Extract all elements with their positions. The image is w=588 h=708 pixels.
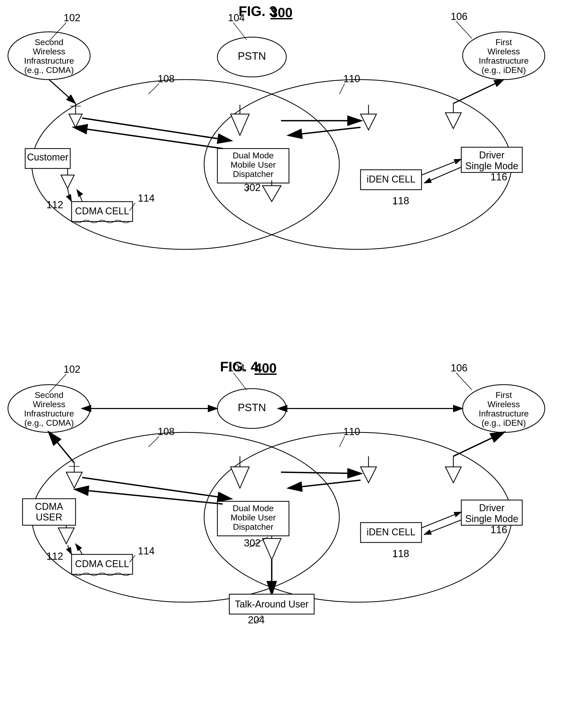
fig4-pstn-label: PSTN: [238, 402, 266, 413]
fig4-second-wireless-label3: Infrastructure: [24, 409, 74, 418]
fig3-first-wireless-label4: (e.g., iDEN): [482, 65, 526, 75]
fig4-cdma-cell-label: CDMA CELL: [75, 558, 129, 569]
fig3-driver-label1: Driver: [479, 150, 504, 160]
svg-line-30: [339, 436, 345, 447]
fig3-second-wireless-label2: Wireless: [33, 47, 65, 56]
fig3-antenna-right: [361, 114, 376, 130]
fig4-second-wireless-label4: (e.g., CDMA): [24, 418, 74, 427]
fig3-network108-ellipse: [32, 80, 339, 249]
fig4-cdma-user-label2: USER: [36, 512, 62, 523]
fig3-ref104: 104: [228, 12, 245, 23]
fig4-dual-mode-label1: Dual Mode: [233, 503, 274, 513]
fig3-ref112: 112: [47, 199, 63, 210]
fig3-iden-cell-label: iDEN CELL: [367, 174, 415, 185]
svg-line-47: [49, 433, 74, 463]
fig3-dual-mode-label2: Mobile User: [230, 160, 276, 170]
fig4-first-wireless-label1: First: [495, 390, 512, 400]
fig4-antenna-cdma-user: [66, 472, 82, 488]
diagram: FIG. 3 300 102 104 106 Second Wireless I…: [0, 0, 588, 708]
svg-line-43: [82, 477, 230, 499]
fig3-antenna1: [69, 114, 82, 127]
fig4-antenna-center-up: [230, 467, 249, 488]
fig4-second-wireless-label2: Wireless: [33, 400, 65, 409]
fig4-dual-mode-label2: Mobile User: [230, 513, 276, 522]
svg-line-23: [424, 167, 461, 183]
fig4-driver-label1: Driver: [479, 502, 504, 513]
fig3-customer-label: Customer: [27, 152, 68, 163]
fig3-label: 300: [270, 5, 292, 20]
fig3-ref110: 110: [343, 73, 360, 84]
svg-line-48: [453, 433, 504, 456]
fig4-ref112: 112: [47, 551, 63, 562]
fig3-driver-label2: Single Mode: [465, 160, 518, 171]
svg-line-29: [149, 436, 159, 447]
fig4-ref108: 108: [158, 426, 175, 437]
fig3-ref106: 106: [451, 11, 467, 22]
fig4-ref106: 106: [451, 362, 467, 374]
fig4-ref104: 104: [228, 362, 245, 374]
svg-line-26: [456, 373, 472, 390]
fig4-ref114: 114: [138, 545, 155, 557]
fig3-ref108: 108: [158, 73, 175, 84]
svg-line-49: [422, 512, 461, 528]
page: FIG. 3 300 102 104 106 Second Wireless I…: [0, 0, 588, 708]
fig4-cdma-user-label1: CDMA: [35, 501, 63, 512]
fig4-ref116: 116: [490, 524, 507, 535]
fig3-antenna-topright: [445, 113, 461, 129]
svg-line-3: [149, 84, 159, 94]
fig3-second-wireless-label3: Infrastructure: [24, 56, 74, 65]
svg-line-2: [456, 21, 472, 38]
svg-line-17: [82, 118, 230, 141]
svg-line-15: [49, 80, 75, 104]
fig3-antenna-center-down: [262, 186, 281, 202]
fig3-second-wireless-label1: Second: [35, 37, 64, 47]
fig4-ref110: 110: [343, 426, 360, 437]
fig4-first-wireless-label4: (e.g., iDEN): [482, 418, 526, 427]
svg-line-50: [424, 520, 461, 534]
fig4-first-wireless-label2: Wireless: [488, 400, 520, 409]
fig3-antenna-center-up: [230, 114, 249, 135]
fig4-ref302: 302: [244, 537, 260, 549]
fig4-ref102: 102: [64, 364, 80, 375]
fig3-first-wireless-label3: Infrastructure: [479, 56, 529, 65]
fig4-antenna-cdma-down: [58, 528, 74, 544]
fig3-second-wireless-label4: (e.g., CDMA): [24, 65, 74, 75]
fig4-iden-cell-label: iDEN CELL: [367, 527, 415, 537]
fig4-antenna-right: [361, 467, 376, 483]
svg-line-44: [75, 490, 223, 504]
fig4-talk-around-label: Talk-Around User: [235, 599, 309, 610]
fig3-antenna2: [61, 175, 74, 188]
svg-line-45: [281, 472, 361, 473]
svg-line-21: [453, 80, 504, 104]
fig3-pstn-label: PSTN: [238, 50, 266, 62]
fig4-driver-label2: Single Mode: [465, 513, 518, 524]
fig4-antenna-center-down: [262, 538, 281, 560]
fig3-ref102: 102: [64, 12, 80, 23]
fig3-cdma-cell-label: CDMA CELL: [75, 206, 129, 216]
svg-line-22: [422, 159, 461, 175]
svg-line-24: [49, 374, 66, 392]
svg-line-4: [339, 84, 345, 94]
fig3-dual-mode-label1: Dual Mode: [233, 151, 274, 160]
fig4-antenna-topright: [445, 467, 461, 483]
fig4-network108-ellipse: [32, 433, 339, 602]
fig3-dual-mode-label3: Dispatcher: [233, 169, 274, 179]
fig3-ref114: 114: [138, 193, 155, 204]
fig4-first-wireless-label3: Infrastructure: [479, 409, 529, 418]
fig3-ref116: 116: [490, 171, 507, 182]
svg-line-18: [74, 127, 223, 149]
fig3-first-wireless-label1: First: [495, 37, 512, 47]
fig4-label: 400: [254, 361, 277, 376]
svg-line-25: [233, 373, 247, 390]
fig4-second-wireless-label1: Second: [35, 390, 64, 400]
fig4-dual-mode-label3: Dispatcher: [233, 522, 274, 532]
fig3-first-wireless-label2: Wireless: [488, 47, 520, 56]
